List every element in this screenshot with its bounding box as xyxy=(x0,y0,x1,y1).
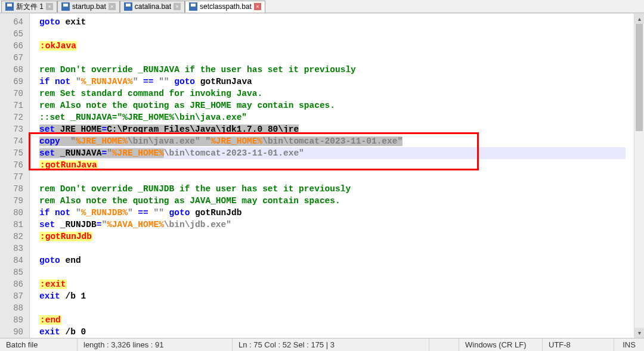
tab-startup-bat[interactable]: startup.bat× xyxy=(57,1,120,13)
code-token: exit xyxy=(39,327,60,337)
code-token: goto xyxy=(39,256,60,265)
code-line-68[interactable]: rem Don't override _RUNJAVA if the user … xyxy=(39,64,634,76)
code-line-76[interactable]: :gotRunJava xyxy=(39,159,634,171)
line-number: 84 xyxy=(0,254,23,266)
close-icon[interactable]: × xyxy=(46,3,53,10)
code-token: copy xyxy=(39,136,60,146)
line-number: 67 xyxy=(0,52,23,64)
code-token: \bin\tomcat-2023-11-01.exe" xyxy=(164,148,304,158)
code-token: _RUNJAVA xyxy=(55,148,101,158)
tab-setclasspath-bat[interactable]: setclasspath.bat× xyxy=(185,1,265,13)
code-line-71[interactable]: rem Also note the quoting as JRE_HOME ma… xyxy=(39,100,634,111)
code-token: :exit xyxy=(39,279,67,289)
status-insert-mode: INS xyxy=(614,338,644,351)
tab-----1[interactable]: 新文件 1× xyxy=(1,1,57,13)
code-line-78[interactable]: rem Don't override _RUNJDB if the user h… xyxy=(39,183,634,195)
code-content[interactable]: goto exit:okJavarem Don't override _RUNJ… xyxy=(30,14,634,338)
scroll-up-arrow[interactable]: ▴ xyxy=(634,14,644,24)
code-token: exit xyxy=(39,291,60,301)
code-token: JRE_HOME xyxy=(55,125,101,134)
line-number: 85 xyxy=(0,266,23,278)
code-token: if not xyxy=(39,77,70,86)
code-line-77[interactable] xyxy=(39,171,634,183)
code-line-90[interactable]: exit /b 0 xyxy=(39,326,634,338)
status-filler xyxy=(429,338,459,351)
code-token: " xyxy=(205,136,210,146)
save-icon xyxy=(124,2,132,11)
code-token: rem Also note the quoting as JAVA_HOME m… xyxy=(39,196,340,206)
line-number: 73 xyxy=(0,123,23,135)
code-token: end xyxy=(60,256,81,265)
line-number: 87 xyxy=(0,290,23,302)
code-token: " xyxy=(70,136,76,146)
code-token: " xyxy=(128,208,133,218)
code-line-81[interactable]: set _RUNJDB="%JAVA_HOME%\bin\jdb.exe" xyxy=(39,219,634,231)
code-token: rem Also note the quoting as JRE_HOME ma… xyxy=(39,101,335,110)
code-line-85[interactable] xyxy=(39,266,634,278)
scroll-down-arrow[interactable]: ▾ xyxy=(634,328,644,338)
save-icon xyxy=(5,2,14,11)
code-token: = xyxy=(101,125,107,134)
code-line-73[interactable]: set JRE_HOME=C:\Program Files\Java\jdk1.… xyxy=(39,123,634,135)
code-line-66[interactable]: :okJava xyxy=(39,40,634,52)
code-token: " xyxy=(76,208,81,218)
code-line-84[interactable]: goto end xyxy=(39,254,634,266)
code-line-83[interactable] xyxy=(39,243,634,254)
tab-label: setclasspath.bat xyxy=(200,2,252,11)
line-number: 70 xyxy=(0,88,23,100)
code-token: :okJava xyxy=(39,41,77,51)
close-icon[interactable]: × xyxy=(109,3,116,10)
code-token: :gotRunJdb xyxy=(39,232,92,241)
code-token xyxy=(70,77,76,86)
status-filetype: Batch file xyxy=(0,338,78,351)
code-line-89[interactable]: :end xyxy=(39,314,634,326)
code-line-72[interactable]: ::set _RUNJAVA="%JRE_HOME%\bin\java.exe" xyxy=(39,111,634,123)
scroll-thumb[interactable] xyxy=(636,24,643,131)
code-line-75[interactable]: set _RUNJAVA="%JRE_HOME%\bin\tomcat-2023… xyxy=(39,147,634,159)
line-number: 72 xyxy=(0,111,23,123)
line-number: 83 xyxy=(0,243,23,254)
code-line-86[interactable]: :exit xyxy=(39,278,634,290)
status-position: Ln : 75 Col : 52 Sel : 175 | 3 xyxy=(233,338,429,351)
line-number: 69 xyxy=(0,76,23,88)
code-token: "" xyxy=(153,208,163,218)
line-number: 82 xyxy=(0,231,23,243)
close-icon[interactable]: × xyxy=(174,3,181,10)
code-line-74[interactable]: copy "%JRE_HOME%\bin\java.exe" "%JRE_HOM… xyxy=(39,135,634,147)
code-line-87[interactable]: exit /b 1 xyxy=(39,290,634,302)
code-token: %_RUNJDB% xyxy=(81,208,128,218)
code-token: " xyxy=(76,77,81,86)
code-line-67[interactable] xyxy=(39,52,634,64)
line-number: 80 xyxy=(0,207,23,219)
tab-bar: 新文件 1×startup.bat×catalina.bat×setclassp… xyxy=(0,0,644,13)
code-token: rem Don't override _RUNJDB if the user h… xyxy=(39,184,351,194)
tab-catalina-bat[interactable]: catalina.bat× xyxy=(120,1,185,13)
code-line-79[interactable]: rem Also note the quoting as JAVA_HOME m… xyxy=(39,195,634,207)
close-icon[interactable]: × xyxy=(254,3,261,10)
code-token: "" xyxy=(159,77,169,86)
status-bar: Batch file length : 3,326 lines : 91 Ln … xyxy=(0,338,644,351)
code-token: _RUNJDB xyxy=(55,220,97,229)
code-token: %JRE_HOME% xyxy=(210,136,262,146)
line-number: 89 xyxy=(0,314,23,326)
line-number: 76 xyxy=(0,159,23,171)
code-token: :gotRunJava xyxy=(39,160,98,170)
line-number: 77 xyxy=(0,171,23,183)
code-token: gotRunJava xyxy=(195,77,252,86)
code-line-70[interactable]: rem Set standard command for invoking Ja… xyxy=(39,88,634,100)
code-line-88[interactable] xyxy=(39,302,634,314)
code-line-64[interactable]: goto exit xyxy=(39,16,634,28)
code-token xyxy=(153,77,159,86)
code-line-80[interactable]: if not "%_RUNJDB%" == "" goto gotRunJdb xyxy=(39,207,634,219)
status-eol: Windows (CR LF) xyxy=(459,338,543,351)
code-line-69[interactable]: if not "%_RUNJAVA%" == "" goto gotRunJav… xyxy=(39,76,634,88)
code-token xyxy=(60,136,70,146)
code-token: %JRE_HOME% xyxy=(112,148,164,158)
code-token: %JRE_HOME% xyxy=(76,136,128,146)
line-number-gutter: 6465666768697071727374757677787980818283… xyxy=(0,14,30,338)
code-token xyxy=(70,208,76,218)
code-token xyxy=(138,77,143,86)
vertical-scrollbar[interactable]: ▴ ▾ xyxy=(634,14,644,338)
code-line-65[interactable] xyxy=(39,28,634,40)
code-line-82[interactable]: :gotRunJdb xyxy=(39,231,634,243)
